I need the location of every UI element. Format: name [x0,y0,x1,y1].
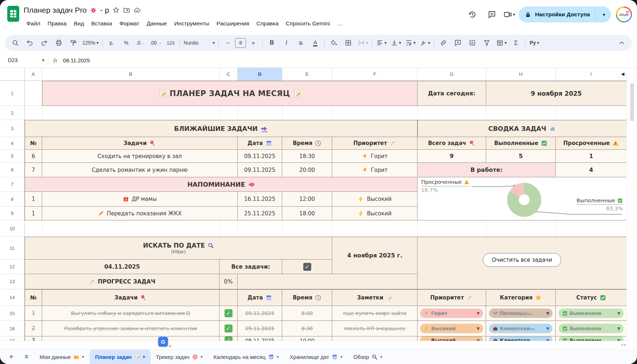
horizontal-scroll-strip[interactable]: G ✕ ◂▸ [0,341,637,349]
cell-reminder-time-0[interactable]: 12:00 [282,192,332,207]
cell-col-done[interactable]: Выполненные [486,137,556,150]
priority-chip[interactable]: Высокий▼ [420,336,483,341]
row-header-13[interactable]: 13 [0,274,25,289]
row-header-8[interactable]: 8 [0,192,25,207]
cell-col-total[interactable]: Всего задач [418,137,486,150]
cell-upcoming-date-1[interactable]: 09.11.2025 [238,163,282,177]
cell-task-num-1[interactable]: 2 [25,321,42,336]
menu-file[interactable]: Файл [24,19,43,28]
cell-task-status-1[interactable]: Выполнено▼ [556,321,627,336]
merge-cells-button[interactable]: ▾ [356,37,370,49]
horizontal-align-button[interactable]: ▾ [374,37,389,49]
row-header-12[interactable]: 12 [0,260,25,274]
cell-task-date-1[interactable]: 09.11.2025 [238,321,282,336]
menu-data[interactable]: Данные [144,19,170,28]
meet-button[interactable]: ▾ [504,10,515,19]
text-wrap-button[interactable]: ▾ [403,37,418,49]
status-chip[interactable]: Выполнено▼ [559,336,624,341]
cell-upcoming-num-0[interactable]: 6 [25,150,42,163]
cell-summary-overdue[interactable]: 1 [556,150,627,163]
share-button[interactable]: Настройки Доступа ▾ [519,7,611,22]
comments-button[interactable] [484,7,500,22]
cell-task-priority-0[interactable]: Горит▼ [418,306,486,321]
cell-summary-total[interactable]: 9 [418,150,486,163]
cell-col-overdue[interactable]: Просроченные [556,137,627,150]
undo-button[interactable] [22,37,37,49]
cell-task-category-1[interactable]: Клиентски…▼ [486,321,556,336]
menu-format[interactable]: Формат [116,19,142,28]
cell-reminder-task-1[interactable]: Передать показания ЖКХ [42,207,238,220]
currency-format-button[interactable]: р. [104,37,119,49]
menu-overflow[interactable]: … [334,19,346,28]
tab-kalendar-na-mesyac[interactable]: Календарь на месяц ▾ [208,349,284,364]
cell-task-time-0[interactable]: 8:00 [282,306,332,321]
cell-task-category-0[interactable]: Питомцы/…▼ [486,306,556,321]
font-select[interactable]: Nunito▾ [182,37,217,49]
cell-reminder-time-1[interactable]: 18:00 [282,207,332,220]
row-header-1[interactable]: 1 [0,81,25,106]
checkbox-checked-icon[interactable]: ✓ [303,263,311,271]
row-header-10[interactable]: 10 [0,220,25,237]
cell-upcoming-time-1[interactable]: 20:00 [282,163,332,177]
search-button[interactable] [8,37,22,49]
cell-task-time-2[interactable]: 10:00 [282,336,332,341]
col-header-G[interactable]: G [418,68,486,81]
menu-insert[interactable]: Вставка [89,19,115,28]
print-button[interactable] [52,37,66,49]
percent-format-button[interactable]: % [119,37,133,49]
tab-moi-dannye[interactable]: Мои данные ▾ [34,349,90,364]
priority-chip[interactable]: Горит▼ [420,309,483,318]
bold-button[interactable]: B [264,37,279,49]
status-chip[interactable]: Выполнено▼ [559,324,624,333]
cell-A1[interactable] [25,81,42,106]
checkbox-checked-icon[interactable]: ✓ [225,324,233,332]
cell-task-notes-0[interactable]: еще купить кофе зайти [332,306,418,321]
menu-ask-gemini[interactable]: Спросить Gemini [283,19,333,28]
move-to-folder-icon[interactable] [123,7,130,14]
insert-table-button[interactable]: ▾ [494,37,509,49]
row-header-6[interactable]: 6 [0,163,25,177]
col-header-I[interactable]: I [556,68,627,81]
category-chip[interactable]: Клиентски…▼ [489,324,553,333]
menu-edit[interactable]: Правка [45,19,69,28]
cell-upcoming-task-1[interactable]: Сделать романтик и ужин парню [42,163,238,177]
cell-col-time[interactable]: Время [282,137,332,150]
cell-planner-title[interactable]: ПЛАНЕР ЗАДАЧ НА МЕСЯЦ [42,81,418,106]
paint-format-button[interactable] [66,37,81,49]
cell-task-status-2[interactable]: Выполнено▼ [556,336,627,341]
scrollbar-thumb[interactable] [630,83,634,121]
category-chip[interactable]: Клиентски…▼ [489,336,553,341]
borders-button[interactable] [341,37,356,49]
menu-view[interactable]: Вид [71,19,87,28]
cell-task-done-2[interactable]: ✓ [219,336,238,341]
hidden-columns-marker-icon[interactable]: ◀ [621,71,624,76]
row-header-7[interactable]: 7 [0,177,25,192]
vertical-align-button[interactable]: ▾ [389,37,403,49]
strikethrough-button[interactable]: S [293,37,308,49]
summary-donut-chart[interactable]: Просроченные 16,7% Выполненные 83,3% [418,177,627,220]
cell-task-time-1[interactable]: 8:30 [282,321,332,336]
text-color-button[interactable]: A [308,37,322,49]
cell-today-value[interactable]: 9 ноября 2025 [486,81,627,106]
redo-button[interactable] [37,37,52,49]
cell-tcol-checkbox[interactable] [219,289,238,306]
cell-tcol-notes[interactable]: Заметки [332,289,418,306]
tab-obzor[interactable]: Обзор ▾ [348,349,388,364]
cell-task-notes-1[interactable]: послать КП вчерашнее [332,321,418,336]
cell-tcol-category[interactable]: Категория [486,289,556,306]
cell-summary-header[interactable]: СВОДКА ЗАДАЧ [418,120,627,137]
cell-tcol-time[interactable]: Время [282,289,332,306]
menu-help[interactable]: Справка [254,19,281,28]
cell-reminder-header[interactable]: НАПОМИНАНИЕ [25,177,418,192]
cell-upcoming-num-1[interactable]: 7 [25,163,42,177]
font-size-input[interactable]: 8 [235,38,246,48]
toolbar-collapse-button[interactable] [615,37,629,49]
col-header-C[interactable]: C [219,68,238,81]
create-filter-button[interactable] [480,37,494,49]
col-header-A[interactable]: A [25,68,42,81]
tab-planer-zadach[interactable]: Планер задач ▾ [90,349,151,364]
cell-all-tasks-checkbox[interactable]: ✓ [282,260,332,274]
add-sheet-button[interactable]: + [4,349,19,364]
name-box[interactable]: D23 ▾ [3,57,48,63]
col-header-D[interactable]: D [238,68,282,81]
